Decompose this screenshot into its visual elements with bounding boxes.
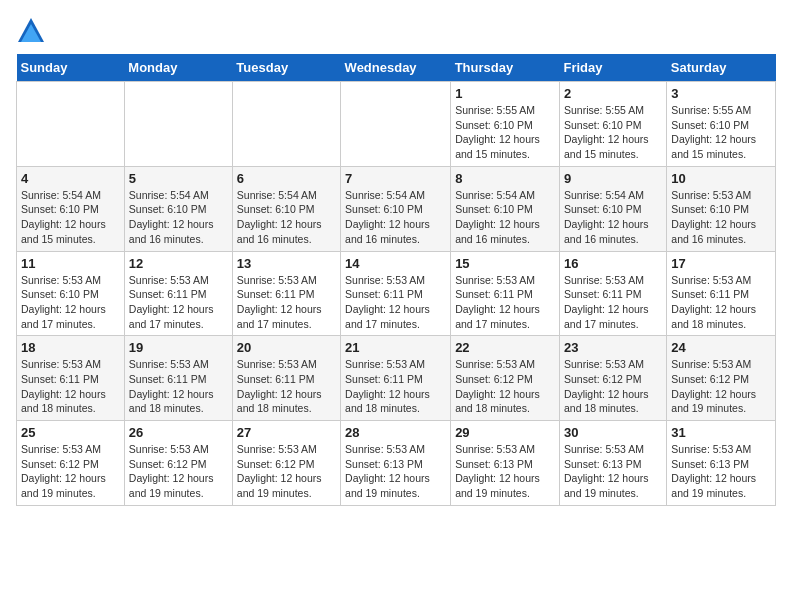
calendar-cell: 6Sunrise: 5:54 AMSunset: 6:10 PMDaylight…: [232, 166, 340, 251]
day-number: 16: [564, 256, 662, 271]
day-info: Sunrise: 5:53 AMSunset: 6:11 PMDaylight:…: [345, 357, 446, 416]
day-number: 28: [345, 425, 446, 440]
day-info: Sunrise: 5:55 AMSunset: 6:10 PMDaylight:…: [671, 103, 771, 162]
day-info: Sunrise: 5:53 AMSunset: 6:12 PMDaylight:…: [564, 357, 662, 416]
day-info: Sunrise: 5:53 AMSunset: 6:10 PMDaylight:…: [21, 273, 120, 332]
calendar-cell: 3Sunrise: 5:55 AMSunset: 6:10 PMDaylight…: [667, 82, 776, 167]
calendar-cell: [341, 82, 451, 167]
day-info: Sunrise: 5:54 AMSunset: 6:10 PMDaylight:…: [129, 188, 228, 247]
day-number: 31: [671, 425, 771, 440]
calendar-cell: 30Sunrise: 5:53 AMSunset: 6:13 PMDayligh…: [559, 421, 666, 506]
calendar-cell: 15Sunrise: 5:53 AMSunset: 6:11 PMDayligh…: [451, 251, 560, 336]
header-thursday: Thursday: [451, 54, 560, 82]
day-info: Sunrise: 5:53 AMSunset: 6:11 PMDaylight:…: [671, 273, 771, 332]
header-saturday: Saturday: [667, 54, 776, 82]
day-number: 19: [129, 340, 228, 355]
header-row: SundayMondayTuesdayWednesdayThursdayFrid…: [17, 54, 776, 82]
day-info: Sunrise: 5:53 AMSunset: 6:12 PMDaylight:…: [455, 357, 555, 416]
calendar-cell: 19Sunrise: 5:53 AMSunset: 6:11 PMDayligh…: [124, 336, 232, 421]
day-info: Sunrise: 5:53 AMSunset: 6:11 PMDaylight:…: [129, 273, 228, 332]
day-info: Sunrise: 5:54 AMSunset: 6:10 PMDaylight:…: [345, 188, 446, 247]
day-info: Sunrise: 5:53 AMSunset: 6:11 PMDaylight:…: [564, 273, 662, 332]
calendar-cell: 10Sunrise: 5:53 AMSunset: 6:10 PMDayligh…: [667, 166, 776, 251]
calendar-cell: [124, 82, 232, 167]
day-number: 13: [237, 256, 336, 271]
header-wednesday: Wednesday: [341, 54, 451, 82]
day-info: Sunrise: 5:53 AMSunset: 6:11 PMDaylight:…: [21, 357, 120, 416]
day-number: 17: [671, 256, 771, 271]
calendar-cell: [17, 82, 125, 167]
day-info: Sunrise: 5:53 AMSunset: 6:12 PMDaylight:…: [237, 442, 336, 501]
day-number: 2: [564, 86, 662, 101]
calendar-cell: 23Sunrise: 5:53 AMSunset: 6:12 PMDayligh…: [559, 336, 666, 421]
calendar-cell: 29Sunrise: 5:53 AMSunset: 6:13 PMDayligh…: [451, 421, 560, 506]
calendar-cell: 17Sunrise: 5:53 AMSunset: 6:11 PMDayligh…: [667, 251, 776, 336]
calendar-cell: 13Sunrise: 5:53 AMSunset: 6:11 PMDayligh…: [232, 251, 340, 336]
day-info: Sunrise: 5:54 AMSunset: 6:10 PMDaylight:…: [455, 188, 555, 247]
day-info: Sunrise: 5:54 AMSunset: 6:10 PMDaylight:…: [21, 188, 120, 247]
calendar-cell: 31Sunrise: 5:53 AMSunset: 6:13 PMDayligh…: [667, 421, 776, 506]
day-info: Sunrise: 5:55 AMSunset: 6:10 PMDaylight:…: [564, 103, 662, 162]
day-number: 14: [345, 256, 446, 271]
calendar-cell: 24Sunrise: 5:53 AMSunset: 6:12 PMDayligh…: [667, 336, 776, 421]
day-number: 8: [455, 171, 555, 186]
day-info: Sunrise: 5:53 AMSunset: 6:12 PMDaylight:…: [129, 442, 228, 501]
day-number: 21: [345, 340, 446, 355]
day-number: 18: [21, 340, 120, 355]
day-info: Sunrise: 5:53 AMSunset: 6:11 PMDaylight:…: [237, 357, 336, 416]
day-info: Sunrise: 5:53 AMSunset: 6:11 PMDaylight:…: [129, 357, 228, 416]
day-number: 30: [564, 425, 662, 440]
day-number: 11: [21, 256, 120, 271]
calendar-cell: 20Sunrise: 5:53 AMSunset: 6:11 PMDayligh…: [232, 336, 340, 421]
calendar-cell: [232, 82, 340, 167]
header-friday: Friday: [559, 54, 666, 82]
day-number: 5: [129, 171, 228, 186]
header-sunday: Sunday: [17, 54, 125, 82]
day-number: 9: [564, 171, 662, 186]
day-number: 24: [671, 340, 771, 355]
calendar-cell: 27Sunrise: 5:53 AMSunset: 6:12 PMDayligh…: [232, 421, 340, 506]
page-header: [16, 16, 776, 46]
header-tuesday: Tuesday: [232, 54, 340, 82]
logo: [16, 16, 50, 46]
calendar-cell: 2Sunrise: 5:55 AMSunset: 6:10 PMDaylight…: [559, 82, 666, 167]
day-number: 27: [237, 425, 336, 440]
calendar-cell: 16Sunrise: 5:53 AMSunset: 6:11 PMDayligh…: [559, 251, 666, 336]
calendar-cell: 11Sunrise: 5:53 AMSunset: 6:10 PMDayligh…: [17, 251, 125, 336]
day-number: 12: [129, 256, 228, 271]
calendar-cell: 8Sunrise: 5:54 AMSunset: 6:10 PMDaylight…: [451, 166, 560, 251]
day-info: Sunrise: 5:53 AMSunset: 6:10 PMDaylight:…: [671, 188, 771, 247]
week-row-2: 4Sunrise: 5:54 AMSunset: 6:10 PMDaylight…: [17, 166, 776, 251]
logo-icon: [16, 16, 46, 46]
day-number: 29: [455, 425, 555, 440]
calendar-cell: 18Sunrise: 5:53 AMSunset: 6:11 PMDayligh…: [17, 336, 125, 421]
day-info: Sunrise: 5:54 AMSunset: 6:10 PMDaylight:…: [564, 188, 662, 247]
calendar-cell: 7Sunrise: 5:54 AMSunset: 6:10 PMDaylight…: [341, 166, 451, 251]
day-number: 7: [345, 171, 446, 186]
day-info: Sunrise: 5:53 AMSunset: 6:12 PMDaylight:…: [21, 442, 120, 501]
calendar-table: SundayMondayTuesdayWednesdayThursdayFrid…: [16, 54, 776, 506]
calendar-cell: 4Sunrise: 5:54 AMSunset: 6:10 PMDaylight…: [17, 166, 125, 251]
week-row-3: 11Sunrise: 5:53 AMSunset: 6:10 PMDayligh…: [17, 251, 776, 336]
day-info: Sunrise: 5:53 AMSunset: 6:11 PMDaylight:…: [345, 273, 446, 332]
day-info: Sunrise: 5:53 AMSunset: 6:13 PMDaylight:…: [455, 442, 555, 501]
day-info: Sunrise: 5:53 AMSunset: 6:13 PMDaylight:…: [564, 442, 662, 501]
day-info: Sunrise: 5:55 AMSunset: 6:10 PMDaylight:…: [455, 103, 555, 162]
day-number: 22: [455, 340, 555, 355]
day-number: 3: [671, 86, 771, 101]
header-monday: Monday: [124, 54, 232, 82]
week-row-5: 25Sunrise: 5:53 AMSunset: 6:12 PMDayligh…: [17, 421, 776, 506]
calendar-cell: 21Sunrise: 5:53 AMSunset: 6:11 PMDayligh…: [341, 336, 451, 421]
day-info: Sunrise: 5:53 AMSunset: 6:11 PMDaylight:…: [455, 273, 555, 332]
calendar-cell: 26Sunrise: 5:53 AMSunset: 6:12 PMDayligh…: [124, 421, 232, 506]
calendar-cell: 9Sunrise: 5:54 AMSunset: 6:10 PMDaylight…: [559, 166, 666, 251]
calendar-cell: 28Sunrise: 5:53 AMSunset: 6:13 PMDayligh…: [341, 421, 451, 506]
day-info: Sunrise: 5:53 AMSunset: 6:12 PMDaylight:…: [671, 357, 771, 416]
day-info: Sunrise: 5:53 AMSunset: 6:11 PMDaylight:…: [237, 273, 336, 332]
day-number: 1: [455, 86, 555, 101]
day-info: Sunrise: 5:53 AMSunset: 6:13 PMDaylight:…: [345, 442, 446, 501]
day-number: 6: [237, 171, 336, 186]
calendar-cell: 12Sunrise: 5:53 AMSunset: 6:11 PMDayligh…: [124, 251, 232, 336]
day-number: 15: [455, 256, 555, 271]
week-row-1: 1Sunrise: 5:55 AMSunset: 6:10 PMDaylight…: [17, 82, 776, 167]
